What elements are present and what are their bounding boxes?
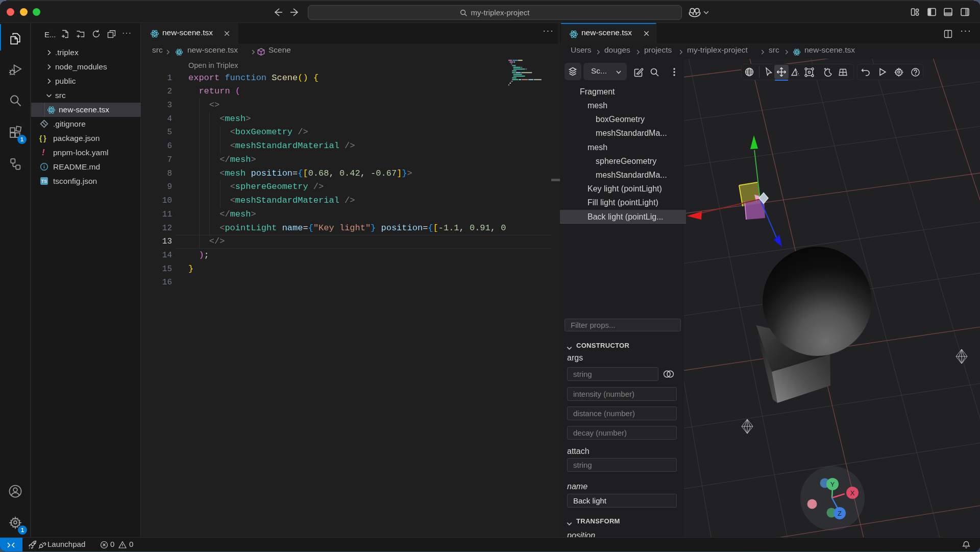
svg-text:Y: Y: [830, 481, 835, 488]
svg-text:X: X: [850, 489, 855, 497]
svg-text:TS: TS: [41, 179, 47, 184]
svg-text:Z: Z: [838, 510, 842, 517]
